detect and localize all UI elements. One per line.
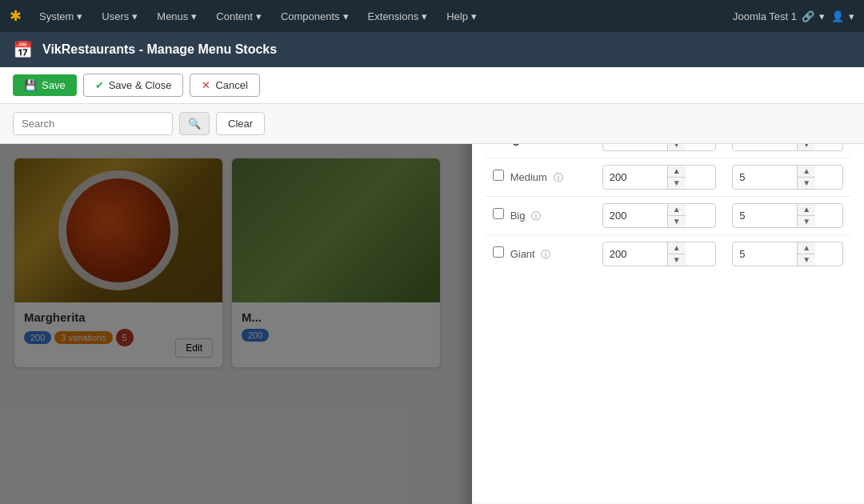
nav-item-menus[interactable]: Menus ▾ (149, 6, 205, 27)
product-name-margherita: Margherita (493, 144, 550, 146)
stock-spinner-medium: ▲ ▼ (602, 165, 716, 190)
toolbar: 💾 Save ✔ Save & Close ✕ Cancel (0, 67, 864, 104)
clear-button[interactable]: Clear (216, 112, 265, 135)
notify-spinner-btns-giant: ▲ ▼ (797, 242, 815, 266)
product-name-giant: Giant (507, 248, 535, 260)
stock-spinner-btns-big: ▲ ▼ (667, 204, 686, 227)
stock-spinner-btns: ▲ ▼ (667, 144, 686, 150)
stock-spinner-big: ▲ ▼ (602, 203, 716, 228)
stock-spinner-margherita: ▲ ▼ (602, 144, 716, 151)
save-icon: 💾 (24, 79, 37, 91)
stock-input-big[interactable] (603, 206, 667, 226)
navbar-left: ✱ System ▾ Users ▾ Menus ▾ Content ▾ Com… (10, 6, 485, 27)
table-body: Margherita ▲ ▼ (485, 144, 851, 273)
stock-increment-big[interactable]: ▲ (668, 204, 686, 216)
giant-info-icon: ⓘ (541, 249, 550, 260)
notify-input-big[interactable] (733, 206, 797, 226)
big-info-icon: ⓘ (531, 210, 541, 222)
stock-input-medium[interactable] (603, 167, 667, 187)
notify-spinner-btns-big: ▲ ▼ (797, 204, 815, 227)
medium-checkbox[interactable] (493, 170, 504, 181)
user-icon-menu[interactable]: 👤 ▾ (831, 10, 854, 22)
modal-overlay: Manage Menu Stocks ✕ Product Items i (0, 144, 864, 504)
notify-input-giant[interactable] (733, 244, 797, 264)
table-row: Big ⓘ ▲ ▼ (485, 197, 851, 235)
notify-spinner-big: ▲ ▼ (732, 203, 843, 228)
nav-item-system[interactable]: System ▾ (31, 6, 90, 27)
notify-spinner-btns: ▲ ▼ (797, 144, 815, 150)
table-row: Giant ⓘ ▲ ▼ (485, 235, 851, 274)
main-content: Margherita 200 3 variations 5 Edit M... (0, 144, 864, 504)
nav-item-content[interactable]: Content ▾ (208, 6, 270, 27)
product-name-cell: Margherita (485, 144, 594, 158)
stock-decrement-medium[interactable]: ▼ (668, 178, 686, 189)
notify-cell-margherita: ▲ ▼ (724, 144, 851, 158)
stock-decrement-margherita[interactable]: ▼ (668, 144, 686, 150)
stock-cell-giant: ▲ ▼ (594, 235, 724, 274)
notify-input-medium[interactable] (733, 167, 797, 187)
notify-decrement-big[interactable]: ▼ (798, 216, 815, 227)
page-title: VikRestaurants - Manage Menu Stocks (42, 42, 277, 57)
stock-spinner-btns-medium: ▲ ▼ (667, 166, 686, 189)
stock-decrement-giant[interactable]: ▼ (668, 254, 686, 266)
product-name-medium: Medium (507, 171, 547, 183)
save-button[interactable]: 💾 Save (13, 74, 77, 96)
check-icon: ✔ (95, 79, 104, 91)
subheader: 📅 VikRestaurants - Manage Menu Stocks (0, 32, 864, 67)
stock-cell-big: ▲ ▼ (594, 197, 724, 235)
stock-spinner-giant: ▲ ▼ (602, 242, 716, 266)
nav-item-help[interactable]: Help ▾ (438, 6, 485, 27)
joomla-logo: ✱ (10, 7, 22, 25)
product-name-cell: Giant ⓘ (485, 235, 594, 274)
product-name-cell: Medium ⓘ (485, 158, 594, 197)
manage-stocks-modal: Manage Menu Stocks ✕ Product Items i (472, 144, 864, 504)
stock-increment-giant[interactable]: ▲ (668, 242, 686, 254)
notify-decrement-margherita[interactable]: ▼ (798, 144, 815, 150)
stock-cell-medium: ▲ ▼ (594, 158, 724, 197)
nav-item-extensions[interactable]: Extensions ▾ (360, 6, 436, 27)
calendar-icon: 📅 (13, 40, 33, 59)
notify-cell-big: ▲ ▼ (724, 197, 851, 235)
stock-decrement-big[interactable]: ▼ (668, 216, 686, 227)
stock-input-margherita[interactable] (603, 144, 667, 149)
product-name-cell: Big ⓘ (485, 197, 594, 235)
product-name-big: Big (507, 210, 526, 222)
user-menu[interactable]: Joomla Test 1 🔗 ▾ (733, 10, 825, 22)
stocks-table: Product Items in Stock ⓘ Notify Below ⓘ (485, 144, 851, 273)
notify-decrement-medium[interactable]: ▼ (798, 178, 815, 189)
search-input[interactable] (13, 112, 173, 135)
table-row: Medium ⓘ ▲ ▼ (485, 158, 851, 197)
modal-body: Product Items in Stock ⓘ Notify Below ⓘ (472, 144, 864, 502)
search-button[interactable]: 🔍 (179, 112, 210, 135)
notify-increment-medium[interactable]: ▲ (798, 166, 815, 178)
table-row: Margherita ▲ ▼ (485, 144, 851, 158)
page-wrapper: ✱ System ▾ Users ▾ Menus ▾ Content ▾ Com… (0, 0, 864, 504)
notify-spinner-giant: ▲ ▼ (732, 242, 843, 266)
stock-increment-medium[interactable]: ▲ (668, 166, 686, 178)
notify-cell-medium: ▲ ▼ (724, 158, 851, 197)
cancel-button[interactable]: ✕ Cancel (190, 74, 259, 97)
search-bar: 🔍 Clear (0, 104, 864, 144)
big-checkbox[interactable] (493, 208, 504, 219)
top-navbar: ✱ System ▾ Users ▾ Menus ▾ Content ▾ Com… (0, 0, 864, 32)
stock-cell-margherita: ▲ ▼ (594, 144, 724, 158)
stock-spinner-btns-giant: ▲ ▼ (667, 242, 686, 266)
notify-decrement-giant[interactable]: ▼ (798, 254, 815, 266)
giant-checkbox[interactable] (493, 246, 504, 258)
notify-spinner-medium: ▲ ▼ (732, 165, 843, 190)
nav-item-components[interactable]: Components ▾ (273, 6, 357, 27)
notify-increment-big[interactable]: ▲ (798, 204, 815, 216)
notify-input-margherita[interactable] (733, 144, 797, 149)
navbar-right: Joomla Test 1 🔗 ▾ 👤 ▾ (733, 10, 854, 22)
medium-info-icon: ⓘ (554, 172, 563, 183)
stock-input-giant[interactable] (603, 244, 667, 264)
notify-spinner-margherita: ▲ ▼ (732, 144, 843, 151)
notify-spinner-btns-medium: ▲ ▼ (797, 166, 815, 189)
notify-cell-giant: ▲ ▼ (724, 235, 851, 274)
x-icon: ✕ (202, 79, 210, 91)
nav-item-users[interactable]: Users ▾ (94, 6, 146, 27)
notify-increment-giant[interactable]: ▲ (798, 242, 815, 254)
save-close-button[interactable]: ✔ Save & Close (83, 74, 184, 97)
